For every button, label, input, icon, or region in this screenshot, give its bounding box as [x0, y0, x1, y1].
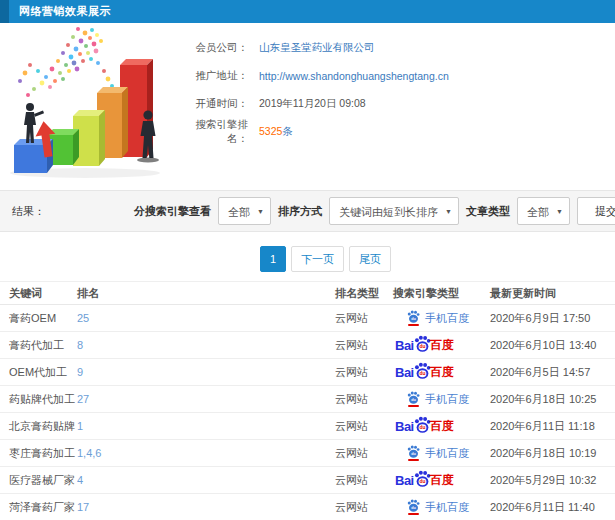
column-header-rank: 排名: [77, 282, 335, 305]
promo-url-link[interactable]: http://www.shandonghuangshengtang.cn: [259, 70, 449, 82]
caret-down-icon: ▼: [257, 198, 264, 226]
column-header-engine-type: 搜索引擎类型: [393, 282, 490, 305]
engine-cell: Bai du 百度: [393, 362, 454, 382]
info-fields: 会员公司： 山东皇圣堂药业有限公司 推广地址： http://www.shand…: [176, 23, 449, 190]
table-header-row: 关键词 排名 排名类型 搜索引擎类型 最新更新时间: [0, 282, 615, 305]
sort-filter-select[interactable]: 关键词由短到长排序 ▼: [329, 197, 459, 225]
keyword-cell: 菏泽膏药厂家: [0, 494, 77, 520]
updated-cell: 2020年6月9日 17:50: [490, 305, 615, 332]
marketing-graphic-image: [0, 23, 176, 185]
page-1-button[interactable]: 1: [260, 246, 286, 272]
rank-link[interactable]: 9: [77, 366, 83, 378]
rank-link[interactable]: 17: [77, 501, 89, 513]
sort-filter-value: 关键词由短到长排序: [339, 206, 438, 218]
mobile-baidu-label: 手机百度: [425, 500, 469, 515]
open-time-value: 2019年11月20日 09:08: [259, 97, 366, 111]
engine-cell: du 手机百度: [393, 391, 469, 407]
table-row: 菏泽膏药厂家 17 云网站 du 手机百度 2020年6月11日 11:40: [0, 494, 615, 520]
engine-filter-select[interactable]: 全部 ▼: [218, 197, 271, 225]
article-type-label: 文章类型: [466, 204, 510, 219]
rank-link[interactable]: 25: [77, 312, 89, 324]
svg-text:du: du: [419, 371, 425, 376]
mobile-baidu-logo: du 手机百度: [407, 499, 469, 515]
baidu-logo: Bai du 百度: [395, 470, 454, 490]
next-page-button[interactable]: 下一页: [291, 246, 344, 272]
baidu-logo: Bai du 百度: [395, 335, 454, 355]
engine-cell: Bai du 百度: [393, 416, 454, 436]
keyword-cell: 膏药OEM: [0, 305, 77, 332]
caret-down-icon: ▼: [556, 198, 563, 226]
updated-cell: 2020年6月10日 13:40: [490, 332, 615, 359]
table-row: 药贴牌代加工 27 云网站 du 手机百度 2020年6月18日 10:25: [0, 386, 615, 413]
mobile-baidu-paw-icon: du: [407, 310, 420, 326]
confetti-dots: [18, 27, 114, 97]
open-time-field: 开通时间： 2019年11月20日 09:08: [176, 90, 449, 118]
last-page-button[interactable]: 尾页: [349, 246, 391, 272]
baidu-paw-icon: du: [414, 362, 431, 379]
engine-cell: Bai du 百度: [393, 335, 454, 355]
engine-rank-value: 5325条: [259, 125, 293, 139]
rank-link[interactable]: 1,4,6: [77, 447, 101, 459]
keyword-cell: OEM代加工: [0, 359, 77, 386]
keyword-cell: 北京膏药贴牌: [0, 413, 77, 440]
baidu-logo-bai-text: Bai: [395, 473, 414, 488]
bar-chart-illustration: [0, 23, 176, 185]
table-row: 膏药代加工 8 云网站 Bai du 百度 2020年6月10日 13:40: [0, 332, 615, 359]
baidu-logo-cn-text: 百度: [430, 364, 454, 381]
filter-bar: 结果： 分搜索引擎查看 全部 ▼ 排序方式 关键词由短到长排序 ▼ 文章类型 全…: [0, 190, 615, 232]
rank-link[interactable]: 1: [77, 420, 83, 432]
open-time-label: 开通时间：: [176, 97, 248, 111]
table-row: OEM代加工 9 云网站 Bai du 百度 2020年6月5日 14:57: [0, 359, 615, 386]
businessman-left: [24, 103, 44, 143]
keyword-cell: 膏药代加工: [0, 332, 77, 359]
table-row: 膏药OEM 25 云网站 du 手机百度 2020年6月9日 17:50: [0, 305, 615, 332]
page-title: 网络营销效果展示: [19, 4, 111, 19]
company-field: 会员公司： 山东皇圣堂药业有限公司: [176, 34, 449, 62]
rank-link[interactable]: 27: [77, 393, 89, 405]
mobile-baidu-underline: [408, 324, 419, 326]
caret-down-icon: ▼: [445, 198, 452, 226]
company-label: 会员公司：: [176, 41, 248, 55]
promo-url-label: 推广地址：: [176, 69, 248, 83]
mobile-baidu-underline: [408, 459, 419, 461]
baidu-paw-icon: du: [414, 416, 431, 433]
mobile-baidu-logo: du 手机百度: [407, 310, 469, 326]
rank-count: 5325: [259, 125, 282, 137]
mobile-baidu-logo: du 手机百度: [407, 391, 469, 407]
submit-button[interactable]: 提交: [577, 197, 615, 225]
baidu-logo-cn-text: 百度: [430, 418, 454, 435]
table-body: 膏药OEM 25 云网站 du 手机百度 2020年6月9日 17:50 膏药代…: [0, 305, 615, 520]
column-header-keyword: 关键词: [0, 282, 77, 305]
svg-text:du: du: [411, 452, 416, 456]
svg-text:du: du: [419, 425, 425, 430]
pagination: 1 下一页 尾页: [18, 246, 615, 272]
company-link[interactable]: 山东皇圣堂药业有限公司: [259, 41, 375, 55]
engine-rank-label: 搜索引擎排名：: [176, 118, 248, 146]
rank-link[interactable]: 8: [77, 339, 83, 351]
baidu-logo: Bai du 百度: [395, 416, 454, 436]
baidu-logo-bai-text: Bai: [395, 365, 414, 380]
keyword-cell: 医疗器械厂家: [0, 467, 77, 494]
table-row: 北京膏药贴牌 1 云网站 Bai du 百度 2020年6月11日 11:18: [0, 413, 615, 440]
rank-link[interactable]: 4: [77, 474, 83, 486]
mobile-baidu-paw-icon: du: [407, 445, 420, 461]
mobile-baidu-paw-icon: du: [407, 499, 420, 515]
table-row: 枣庄膏药加工 1,4,6 云网站 du 手机百度 2020年6月18日 10:1…: [0, 440, 615, 467]
svg-text:du: du: [411, 506, 416, 510]
baidu-logo-cn-text: 百度: [430, 472, 454, 489]
baidu-logo-bai-text: Bai: [395, 419, 414, 434]
article-type-select[interactable]: 全部 ▼: [517, 197, 570, 225]
updated-cell: 2020年6月18日 10:25: [490, 386, 615, 413]
mobile-baidu-label: 手机百度: [425, 392, 469, 407]
mobile-baidu-label: 手机百度: [425, 446, 469, 461]
rank-type-cell: 云网站: [335, 467, 393, 494]
sort-filter-label: 排序方式: [278, 204, 322, 219]
updated-cell: 2020年6月11日 11:40: [490, 494, 615, 520]
keyword-cell: 枣庄膏药加工: [0, 440, 77, 467]
rank-type-cell: 云网站: [335, 386, 393, 413]
updated-cell: 2020年6月18日 10:19: [490, 440, 615, 467]
mobile-baidu-paw-icon: du: [407, 391, 420, 407]
title-bar: 网络营销效果展示: [0, 0, 615, 23]
results-table: 关键词 排名 排名类型 搜索引擎类型 最新更新时间 膏药OEM 25 云网站 d…: [0, 281, 615, 520]
promo-url-field: 推广地址： http://www.shandonghuangshengtang.…: [176, 62, 449, 90]
